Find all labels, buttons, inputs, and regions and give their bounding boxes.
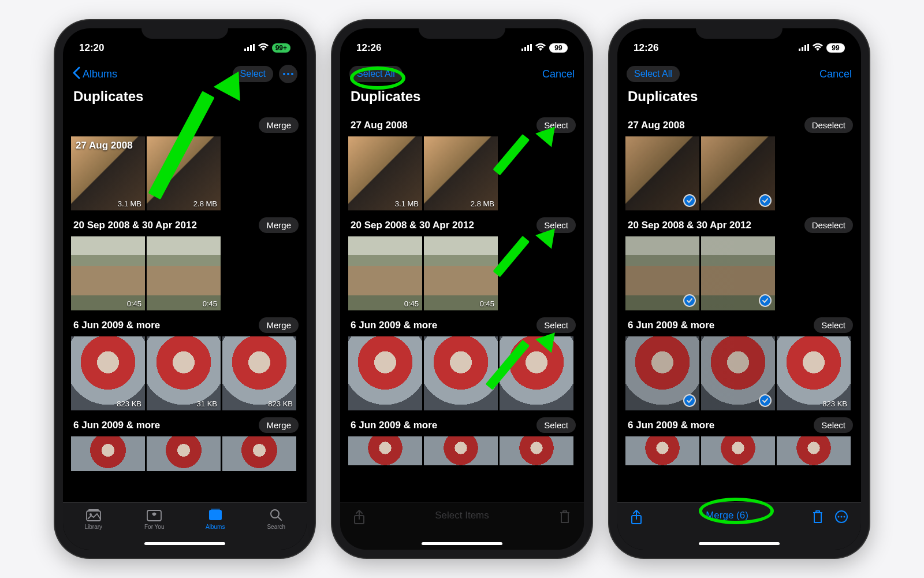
- svg-rect-17: [527, 45, 529, 51]
- check-icon: [683, 294, 696, 307]
- tab-foryou[interactable]: For You: [131, 507, 177, 530]
- back-button[interactable]: Albums: [72, 66, 117, 82]
- photo-thumb[interactable]: [500, 336, 573, 410]
- svg-point-4: [283, 73, 285, 75]
- photo-thumb[interactable]: 0:45: [71, 236, 145, 310]
- select-group-button[interactable]: Select: [536, 117, 576, 133]
- chevron-left-icon: [72, 66, 80, 82]
- file-size: 823 KB: [268, 399, 293, 408]
- photo-thumb[interactable]: 31 KB: [147, 336, 221, 410]
- svg-rect-15: [521, 49, 523, 51]
- signal-icon: [244, 42, 255, 54]
- file-size: 3.1 MB: [118, 199, 141, 208]
- photo-thumb[interactable]: 27 Aug 2008 3.1 MB: [71, 136, 145, 210]
- photo-thumb[interactable]: [71, 436, 145, 471]
- photo-thumb[interactable]: [348, 336, 422, 410]
- more-button[interactable]: [279, 65, 297, 83]
- tab-label: Search: [267, 524, 285, 530]
- battery-indicator: 99: [549, 43, 568, 53]
- group-date: 6 Jun 2009 & more: [73, 320, 160, 331]
- photo-thumb[interactable]: 0:45: [424, 236, 498, 310]
- status-time: 12:26: [634, 42, 658, 54]
- photo-thumb[interactable]: [625, 236, 699, 310]
- select-group-button[interactable]: Select: [536, 317, 576, 333]
- photo-thumb[interactable]: 0:45: [348, 236, 422, 310]
- photo-thumb[interactable]: [701, 236, 775, 310]
- select-group-button[interactable]: Select: [814, 417, 853, 433]
- photo-thumb[interactable]: 823 KB: [222, 336, 296, 410]
- home-indicator[interactable]: [422, 542, 502, 545]
- status-time: 12:26: [356, 42, 381, 54]
- photo-thumb[interactable]: 2.8 MB: [147, 136, 221, 210]
- duplicates-list[interactable]: Merge 27 Aug 2008 3.1 MB 2.8 MB 20 Sep 2…: [63, 110, 307, 502]
- photo-thumb[interactable]: [777, 436, 851, 465]
- status-time: 12:20: [79, 42, 104, 54]
- merge-button[interactable]: Merge: [259, 417, 299, 433]
- tab-library[interactable]: Library: [70, 507, 117, 530]
- photo-thumb[interactable]: [701, 336, 775, 410]
- photo-thumb[interactable]: [348, 436, 422, 465]
- photo-thumb[interactable]: [625, 136, 699, 210]
- cancel-button[interactable]: Cancel: [819, 68, 852, 80]
- photo-thumb[interactable]: [701, 436, 775, 465]
- home-indicator[interactable]: [144, 542, 225, 545]
- merge-count-button[interactable]: Merge (6): [706, 510, 748, 521]
- photo-thumb[interactable]: [625, 436, 699, 465]
- photo-thumb[interactable]: [222, 436, 296, 471]
- share-button[interactable]: [630, 510, 643, 527]
- svg-rect-22: [804, 45, 806, 51]
- group-date: 27 Aug 2008: [351, 120, 408, 131]
- select-group-button[interactable]: Select: [536, 217, 576, 233]
- cancel-button[interactable]: Cancel: [542, 68, 575, 80]
- check-icon: [683, 394, 696, 407]
- photo-thumb[interactable]: [147, 436, 221, 471]
- svg-rect-0: [244, 49, 246, 51]
- photo-thumb[interactable]: [424, 336, 498, 410]
- merge-button[interactable]: Merge: [259, 317, 299, 333]
- file-size: 823 KB: [117, 399, 141, 408]
- select-group-button[interactable]: Select: [814, 317, 853, 333]
- duplicates-list[interactable]: 27 Aug 2008Select 3.1 MB 2.8 MB 20 Sep 2…: [340, 110, 584, 502]
- merge-button[interactable]: Merge: [259, 217, 299, 233]
- photo-thumb[interactable]: [701, 136, 775, 210]
- select-group-button[interactable]: Select: [536, 417, 576, 433]
- photo-thumb[interactable]: 823 KB: [71, 336, 145, 410]
- merge-button[interactable]: Merge: [259, 117, 299, 133]
- svg-point-26: [838, 516, 840, 518]
- duplicate-group: 6 Jun 2009 & more Merge: [63, 410, 307, 471]
- duplicate-group: 27 Aug 2008Select 3.1 MB 2.8 MB: [340, 110, 584, 210]
- deselect-group-button[interactable]: Deselect: [804, 217, 853, 233]
- duplicate-group: 6 Jun 2009 & more Merge 823 KB 31 KB 823…: [63, 310, 307, 410]
- select-button[interactable]: Select: [233, 66, 273, 82]
- photo-thumb[interactable]: 2.8 MB: [424, 136, 498, 210]
- file-size: 2.8 MB: [471, 199, 494, 208]
- duplicates-list[interactable]: 27 Aug 2008Deselect 20 Sep 2008 & 30 Apr…: [617, 110, 861, 502]
- more-button[interactable]: [834, 510, 848, 526]
- photo-thumb[interactable]: [625, 336, 699, 410]
- group-date: 6 Jun 2009 & more: [628, 420, 714, 431]
- page-title: Duplicates: [617, 88, 861, 110]
- select-all-button[interactable]: Select All: [627, 66, 680, 82]
- duplicate-group: 6 Jun 2009 & moreSelect 823 KB: [617, 310, 861, 410]
- file-size: 31 KB: [197, 399, 217, 408]
- photo-thumb[interactable]: [500, 436, 573, 465]
- photo-thumb[interactable]: 823 KB: [777, 336, 851, 410]
- home-indicator[interactable]: [699, 542, 780, 545]
- deselect-group-button[interactable]: Deselect: [804, 117, 853, 133]
- notch: [419, 20, 505, 39]
- battery-indicator: 99: [826, 43, 845, 53]
- group-date: 20 Sep 2008 & 30 Apr 2012: [351, 220, 474, 231]
- tab-search[interactable]: Search: [253, 507, 299, 530]
- albums-icon: [207, 507, 223, 523]
- phone-3: 12:26 99 Select All Cancel Duplicates 27…: [609, 20, 869, 558]
- trash-button[interactable]: [811, 510, 824, 526]
- select-all-button[interactable]: Select All: [349, 66, 403, 82]
- svg-rect-2: [250, 45, 252, 51]
- tab-albums[interactable]: Albums: [192, 507, 239, 530]
- photo-thumb[interactable]: 3.1 MB: [348, 136, 422, 210]
- photo-thumb[interactable]: 0:45: [147, 236, 221, 310]
- notch: [696, 20, 783, 39]
- svg-point-28: [844, 516, 845, 518]
- duration: 0:45: [127, 299, 141, 308]
- photo-thumb[interactable]: [424, 436, 498, 465]
